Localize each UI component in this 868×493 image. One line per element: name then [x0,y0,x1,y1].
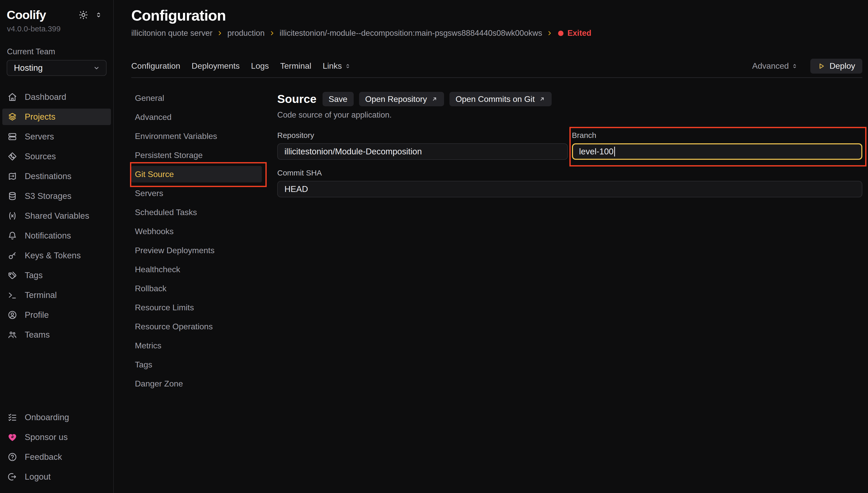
layers-icon [8,112,17,122]
sidebar-item-s3-storages[interactable]: S3 Storages [2,188,111,204]
subnav-item-general[interactable]: General [131,90,262,106]
text-cursor [614,147,615,156]
external-link-icon [539,96,546,102]
chevron-right-icon [547,30,553,36]
sidebar-nav: Dashboard Projects Servers Sources Desti… [0,89,113,346]
subnav-item-tags[interactable]: Tags [131,356,262,373]
tags-icon [8,271,17,280]
sidebar-item-notifications[interactable]: Notifications [2,228,111,244]
deploy-button[interactable]: Deploy [810,59,862,73]
sidebar-item-shared-variables[interactable]: Shared Variables [2,208,111,224]
user-circle-icon [8,310,17,320]
repository-field: Repository illicitestonion/Module-Decomp… [277,131,568,160]
branch-label: Branch [572,131,863,140]
subnav-item-healthcheck[interactable]: Healthcheck [131,261,262,278]
branch-input[interactable]: level-100 [572,143,863,160]
chevrons-up-down-icon [344,63,351,69]
sidebar-item-tags[interactable]: Tags [2,267,111,283]
git-source-icon [8,152,17,161]
advanced-menu[interactable]: Advanced [752,61,798,71]
team-select[interactable]: Hosting [7,60,107,76]
breadcrumb-environment[interactable]: production [227,28,264,38]
sidebar-item-sources[interactable]: Sources [2,148,111,165]
tab-configuration[interactable]: Configuration [131,61,180,71]
sidebar-item-projects[interactable]: Projects [2,109,111,125]
key-icon [8,251,17,260]
page-title: Configuration [131,7,862,24]
theme-toggle-sun-icon[interactable] [79,10,88,20]
chevron-right-icon [217,30,223,36]
chevron-right-icon [269,30,275,36]
breadcrumb-project[interactable]: illicitonion quote server [131,28,212,38]
sidebar-item-sponsor-us[interactable]: Sponsor us [2,429,111,445]
subnav-item-servers[interactable]: Servers [131,185,262,201]
breadcrumb: illicitonion quote server production ill… [131,28,862,38]
repository-input[interactable]: illicitestonion/Module-Decomposition [277,143,568,160]
open-repository-button[interactable]: Open Repository [359,92,444,106]
chevrons-up-down-icon [791,63,798,69]
sidebar-item-feedback[interactable]: Feedback [2,449,111,465]
team-icon [8,330,17,339]
app-version: v4.0.0-beta.399 [7,24,113,33]
subnav-item-scheduled-tasks[interactable]: Scheduled Tasks [131,204,262,220]
sidebar-item-keys-tokens[interactable]: Keys & Tokens [2,247,111,264]
sidebar-item-destinations[interactable]: Destinations [2,168,111,185]
repository-label: Repository [277,131,568,140]
sidebar-item-dashboard[interactable]: Dashboard [2,89,111,105]
chevron-down-icon [93,64,100,72]
subnav-item-advanced[interactable]: Advanced [131,109,262,125]
help-circle-icon [8,452,17,462]
status-dot-icon [558,30,564,36]
commit-sha-label: Commit SHA [277,169,862,177]
sidebar-item-servers[interactable]: Servers [2,128,111,145]
app-logo: Coolify [7,8,46,22]
heart-hands-icon [8,432,17,442]
terminal-icon [8,291,17,300]
sidebar-item-profile[interactable]: Profile [2,307,111,323]
sidebar: Coolify v4.0.0-beta.399 Current Team Hos… [0,0,114,493]
team-select-value: Hosting [14,63,43,73]
tabs-row: Configuration Deployments Logs Terminal … [131,62,862,78]
map-icon [8,172,17,181]
subnav-item-preview-deployments[interactable]: Preview Deployments [131,242,262,259]
subnav-item-resource-limits[interactable]: Resource Limits [131,299,262,316]
subnav-item-rollback[interactable]: Rollback [131,280,262,297]
status-label: Exited [567,28,591,38]
sidebar-item-terminal[interactable]: Terminal [2,287,111,303]
tab-logs[interactable]: Logs [251,61,269,71]
sidebar-item-teams[interactable]: Teams [2,326,111,343]
subnav-item-persistent-storage[interactable]: Persistent Storage [131,147,262,164]
database-icon [8,191,17,201]
subnav-item-resource-operations[interactable]: Resource Operations [131,318,262,335]
branch-field: Branch level-100 [572,131,863,160]
sidebar-item-onboarding[interactable]: Onboarding [2,409,111,426]
logout-icon [8,472,17,481]
subnav-item-git-source[interactable]: Git Source [131,166,262,183]
status-badge: Exited [558,28,591,38]
parentheses-x-icon [8,211,17,220]
open-commits-button[interactable]: Open Commits on Git [449,92,552,106]
bell-icon [8,231,17,240]
play-icon [818,62,825,70]
tab-links[interactable]: Links [322,61,351,71]
subnav-item-webhooks[interactable]: Webhooks [131,223,262,239]
source-heading: Source [277,92,317,106]
theme-select-chevrons-icon[interactable] [95,11,103,19]
save-button[interactable]: Save [322,92,354,106]
checklist-icon [8,413,17,422]
tab-terminal[interactable]: Terminal [280,61,311,71]
server-icon [8,132,17,141]
home-icon [8,92,17,102]
git-source-panel: Source Save Open Repository Open Commits… [277,88,862,394]
subnav-item-environment-variables[interactable]: Environment Variables [131,128,262,144]
commit-sha-field: Commit SHA HEAD [277,169,862,197]
sidebar-item-logout[interactable]: Logout [2,469,111,485]
breadcrumb-application[interactable]: illicitestonion/-module--decomposition:m… [279,28,542,38]
sidebar-footer-nav: Onboarding Sponsor us Feedback Logout [0,409,113,488]
tab-deployments[interactable]: Deployments [192,61,240,71]
external-link-icon [431,96,438,102]
configuration-subnav: General Advanced Environment Variables P… [131,88,262,394]
commit-sha-input[interactable]: HEAD [277,181,862,197]
subnav-item-danger-zone[interactable]: Danger Zone [131,376,262,392]
subnav-item-metrics[interactable]: Metrics [131,337,262,354]
